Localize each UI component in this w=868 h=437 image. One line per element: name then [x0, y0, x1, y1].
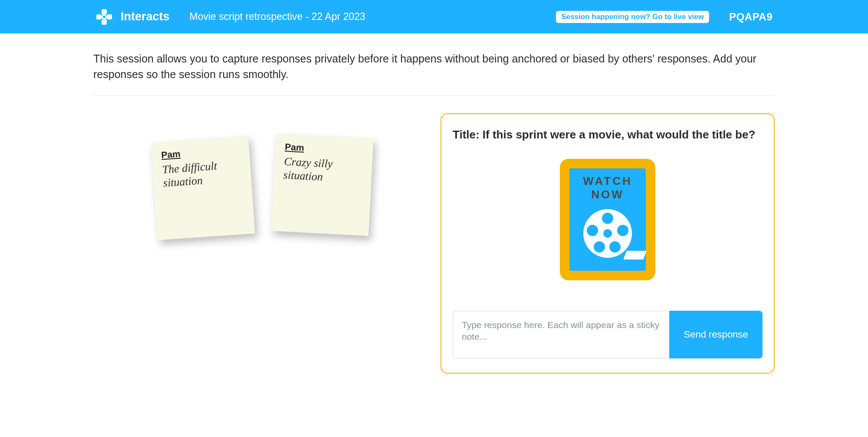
sticky-text: The difficult situation: [162, 157, 242, 190]
poster-text-line1: WATCH: [583, 174, 632, 187]
response-input-row: Send response: [453, 311, 763, 358]
brand-name: Interacts: [121, 10, 170, 23]
session-title: Movie script retrospective - 22 Apr 2023: [190, 11, 365, 23]
brand-logo[interactable]: Interacts: [95, 8, 170, 26]
svg-rect-2: [96, 14, 102, 20]
dpad-icon: [95, 8, 113, 26]
sticky-text: Crazy silly situation: [283, 154, 363, 186]
sticky-note[interactable]: Pam Crazy silly situation: [271, 133, 373, 236]
svg-rect-0: [102, 9, 107, 14]
work-area: Pam The difficult situation Pam Crazy si…: [93, 96, 775, 374]
movie-poster-icon: WATCH NOW: [453, 159, 763, 280]
poster-text-line2: NOW: [591, 188, 624, 201]
svg-rect-3: [107, 14, 112, 20]
session-code: PQAPA9: [729, 11, 773, 23]
sticky-note[interactable]: Pam The difficult situation: [151, 136, 255, 240]
intro-text: This session allows you to capture respo…: [93, 51, 775, 96]
sticky-author: Pam: [161, 144, 240, 160]
send-response-button[interactable]: Send response: [669, 311, 763, 358]
prompt-title: Title: If this sprint were a movie, what…: [453, 128, 763, 141]
svg-rect-1: [102, 20, 107, 25]
response-input[interactable]: [453, 311, 669, 358]
prompt-panel: Title: If this sprint were a movie, what…: [441, 113, 775, 374]
sticky-notes-area: Pam The difficult situation Pam Crazy si…: [93, 113, 423, 374]
sticky-author: Pam: [285, 141, 364, 156]
film-reel-icon: [583, 209, 632, 258]
svg-point-5: [103, 16, 105, 18]
live-view-button[interactable]: Session happening now? Go to live view: [556, 11, 709, 23]
app-header: Interacts Movie script retrospective - 2…: [0, 0, 868, 33]
